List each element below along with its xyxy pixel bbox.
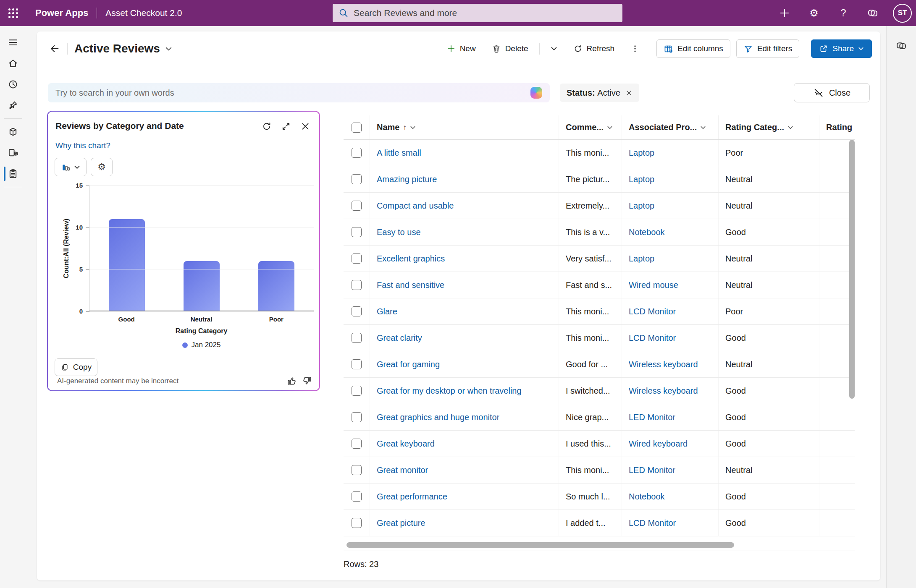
column-header-associated-product[interactable]: Associated Pro... — [622, 115, 718, 139]
settings-gear-icon[interactable]: ⚙ — [805, 4, 823, 22]
row-checkbox[interactable] — [352, 148, 362, 158]
row-checkbox[interactable] — [352, 174, 362, 184]
tables-icon[interactable] — [0, 163, 26, 184]
cell-name-link[interactable]: Great picture — [377, 518, 425, 528]
cell-name-link[interactable]: Great for gaming — [377, 360, 440, 369]
cell-associated-product-link[interactable]: LCD Monitor — [629, 333, 676, 343]
status-filter-chip[interactable]: Status: Active — [560, 84, 639, 102]
cell-name-link[interactable]: Great monitor — [377, 465, 428, 475]
cell-name-link[interactable]: Easy to use — [377, 227, 421, 237]
row-checkbox[interactable] — [352, 333, 362, 343]
cell-name-link[interactable]: A little small — [377, 148, 421, 158]
dismiss-filter-icon[interactable] — [625, 89, 633, 97]
avatar[interactable]: ST — [893, 4, 912, 23]
chart-refresh-icon[interactable] — [260, 119, 274, 133]
menu-icon[interactable] — [0, 32, 26, 53]
copilot-search-box[interactable] — [48, 83, 550, 102]
table-row[interactable]: Amazing picture The pictur... Laptop Neu… — [344, 166, 855, 193]
custom-pages-icon[interactable] — [0, 142, 26, 163]
add-icon[interactable] — [775, 4, 794, 22]
row-checkbox[interactable] — [352, 227, 362, 237]
why-this-chart-link[interactable]: Why this chart? — [55, 141, 110, 150]
cell-associated-product-link[interactable]: LCD Monitor — [629, 518, 676, 528]
chart-type-dropdown[interactable] — [55, 158, 87, 176]
home-icon[interactable] — [0, 53, 26, 74]
row-checkbox[interactable] — [352, 201, 362, 211]
share-button[interactable]: Share — [811, 39, 872, 58]
recent-icon[interactable] — [0, 74, 26, 95]
global-search[interactable] — [333, 4, 622, 22]
row-checkbox[interactable] — [352, 359, 362, 369]
cell-associated-product-link[interactable]: Laptop — [629, 175, 654, 184]
row-checkbox[interactable] — [352, 306, 362, 316]
chart-close-icon[interactable] — [298, 119, 312, 133]
cell-name-link[interactable]: Compact and usable — [377, 201, 454, 211]
refresh-button[interactable]: Refresh — [568, 41, 620, 57]
cell-associated-product-link[interactable]: Notebook — [629, 227, 665, 237]
select-all-checkbox[interactable] — [352, 123, 362, 133]
thumb-down-icon[interactable] — [302, 376, 312, 386]
table-row[interactable]: Fast and sensitive Fast and s... Wired m… — [344, 272, 855, 298]
view-selector[interactable]: Active Reviews — [74, 42, 172, 55]
table-row[interactable]: Excellent graphics Very satisf... Laptop… — [344, 246, 855, 272]
edit-columns-button[interactable]: Edit columns — [656, 39, 730, 58]
back-icon[interactable] — [46, 40, 63, 57]
cell-name-link[interactable]: Great for my desktop or when traveling — [377, 386, 522, 396]
bar-poor[interactable] — [258, 261, 294, 311]
table-row[interactable]: Great monitor This moni... LED Monitor N… — [344, 457, 855, 483]
waffle-icon[interactable] — [0, 0, 26, 26]
cell-associated-product-link[interactable]: Laptop — [629, 254, 654, 264]
row-checkbox[interactable] — [352, 491, 362, 502]
thumb-up-icon[interactable] — [286, 376, 297, 386]
table-row[interactable]: Great performance So much l... Notebook … — [344, 483, 855, 510]
close-copilot-button[interactable]: Close — [794, 83, 870, 102]
column-header-rating[interactable]: Rating — [819, 115, 855, 139]
row-checkbox[interactable] — [352, 386, 362, 396]
horizontal-scrollbar-thumb[interactable] — [346, 542, 734, 548]
new-button[interactable]: New — [441, 41, 481, 57]
table-row[interactable]: Great for gaming Good for ... Wireless k… — [344, 351, 855, 378]
table-row[interactable]: Great for my desktop or when traveling I… — [344, 378, 855, 404]
table-row[interactable]: A little small This moni... Laptop Poor — [344, 140, 855, 166]
cell-associated-product-link[interactable]: Notebook — [629, 492, 665, 502]
table-row[interactable]: Compact and usable Extremely... Laptop N… — [344, 193, 855, 219]
row-checkbox[interactable] — [352, 280, 362, 290]
table-row[interactable]: Easy to use This is a v... Notebook Good — [344, 219, 855, 246]
apps-icon[interactable] — [0, 121, 26, 142]
help-icon[interactable]: ? — [834, 4, 853, 22]
cell-associated-product-link[interactable]: Laptop — [629, 148, 654, 158]
cell-name-link[interactable]: Amazing picture — [377, 175, 437, 184]
cell-associated-product-link[interactable]: Laptop — [629, 201, 654, 211]
row-checkbox[interactable] — [352, 253, 362, 264]
column-header-comments[interactable]: Comme... — [559, 115, 622, 139]
cell-name-link[interactable]: Glare — [377, 307, 397, 316]
app-name[interactable]: Asset Checkout 2.0 — [105, 8, 182, 18]
row-checkbox[interactable] — [352, 412, 362, 422]
row-checkbox[interactable] — [352, 518, 362, 528]
table-row[interactable]: Great graphics and huge monitor Nice gra… — [344, 404, 855, 431]
vertical-scrollbar-thumb[interactable] — [849, 140, 855, 399]
chart-settings-gear-icon[interactable]: ⚙ — [91, 158, 113, 176]
cell-name-link[interactable]: Fast and sensitive — [377, 280, 444, 290]
table-row[interactable]: Glare This moni... LCD Monitor Poor — [344, 298, 855, 325]
copy-button[interactable]: Copy — [55, 358, 97, 376]
copilot-search-input[interactable] — [55, 88, 530, 98]
delete-overflow-chevron[interactable] — [546, 42, 562, 55]
chart-expand-icon[interactable] — [279, 119, 293, 133]
cell-associated-product-link[interactable]: LCD Monitor — [629, 307, 676, 316]
column-header-rating-category[interactable]: Rating Categ... — [718, 115, 819, 139]
cell-associated-product-link[interactable]: Wired mouse — [629, 280, 678, 290]
cell-name-link[interactable]: Great performance — [377, 492, 447, 502]
bar-good[interactable] — [109, 219, 145, 311]
cell-associated-product-link[interactable]: Wired keyboard — [629, 439, 688, 449]
copilot-icon[interactable] — [864, 4, 882, 22]
delete-button[interactable]: Delete — [487, 41, 533, 57]
copilot-panel-icon[interactable] — [888, 35, 914, 56]
cell-associated-product-link[interactable]: Wireless keyboard — [629, 386, 698, 396]
bar-neutral[interactable] — [184, 261, 220, 311]
pinned-icon[interactable] — [0, 95, 26, 116]
cell-name-link[interactable]: Great graphics and huge monitor — [377, 413, 499, 422]
cell-associated-product-link[interactable]: LED Monitor — [629, 465, 675, 475]
cell-name-link[interactable]: Excellent graphics — [377, 254, 445, 264]
edit-filters-button[interactable]: Edit filters — [736, 39, 799, 58]
